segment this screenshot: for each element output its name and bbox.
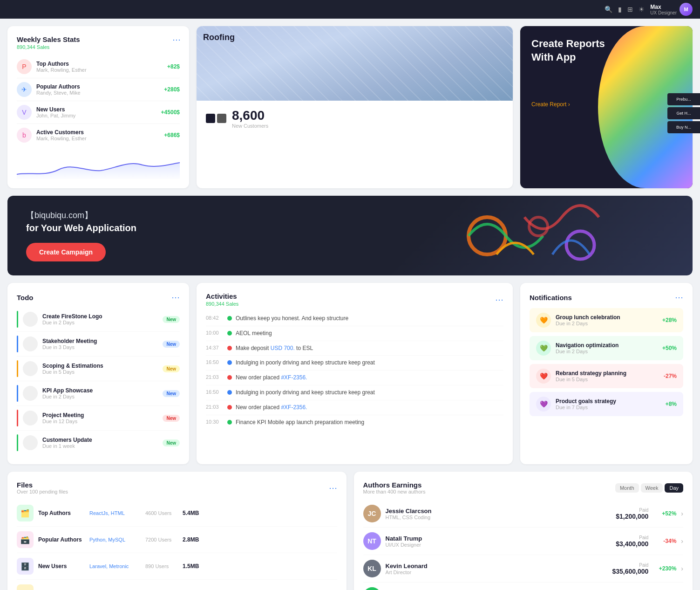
create-campaign-button[interactable]: Create Campaign bbox=[26, 243, 106, 261]
author-change: -34% bbox=[653, 538, 676, 544]
notifications-list: 🧡 Group lunch celebration Due in 2 Days … bbox=[530, 308, 683, 416]
campaign-subtitle: 【biqubiqu.com】 bbox=[26, 210, 136, 221]
activity-time: 16:50 bbox=[206, 389, 224, 395]
side-panel-get-h[interactable]: Get H... bbox=[667, 107, 700, 119]
activity-time: 08:42 bbox=[206, 315, 224, 321]
author-change: +52% bbox=[653, 510, 676, 517]
create-reports-title: Create ReportsWith App bbox=[531, 37, 681, 64]
todo-bar bbox=[17, 434, 18, 451]
todo-bar bbox=[17, 360, 18, 377]
topbar: 🔍 ▮ ⊞ ☀ Max UX Designer M bbox=[0, 0, 700, 19]
todo-avatar bbox=[23, 361, 38, 376]
file-item-top-authors: 🗂️ Top Authors ReactJs, HTML 4600 Users … bbox=[17, 500, 337, 527]
side-panel-prebu[interactable]: Prebu... bbox=[667, 93, 700, 105]
author-role: Art Director bbox=[386, 569, 598, 575]
todo-title: Todo bbox=[17, 294, 34, 302]
battery-icon: ▮ bbox=[618, 6, 622, 13]
search-icon[interactable]: 🔍 bbox=[605, 6, 612, 13]
earnings-title: Authors Earnings bbox=[363, 481, 426, 489]
todo-menu[interactable]: ⋯ bbox=[171, 292, 180, 302]
create-reports-card: Create ReportsWith App Create Report › bbox=[520, 26, 693, 188]
activities-menu[interactable]: ⋯ bbox=[495, 295, 503, 305]
stat-icon-top-authors: P bbox=[17, 59, 32, 74]
campaign-banner: 【biqubiqu.com】 for Your Web Application … bbox=[7, 196, 693, 275]
activity-time: 10:00 bbox=[206, 329, 224, 336]
activity-link[interactable]: USD 700. bbox=[271, 345, 295, 351]
stat-name-popular-authors: Popular Authors bbox=[36, 83, 159, 90]
files-card: Files Over 100 pending files ⋯ 🗂️ Top Au… bbox=[7, 472, 347, 590]
brightness-icon[interactable]: ☀ bbox=[639, 6, 645, 13]
todo-due: Due in 12 Days bbox=[42, 418, 158, 424]
earnings-filters: Month Week Day bbox=[615, 483, 683, 493]
todo-name: Customers Update bbox=[42, 437, 158, 443]
notif-due: Due in 2 Days bbox=[556, 349, 658, 354]
stat-new-users: V New Users John, Pat, Jimmy +4500$ bbox=[17, 101, 180, 124]
todo-due: Due in 1 week bbox=[42, 443, 158, 449]
activity-text: Finance KPI Mobile app launch preparatio… bbox=[236, 418, 364, 426]
todo-item: Stakeholder Meeting Due in 3 Days New bbox=[17, 332, 180, 357]
todo-name: Create FireStone Logo bbox=[42, 313, 158, 320]
activity-dot bbox=[227, 405, 232, 410]
row-3: Todo ⋯ Create FireStone Logo Due in 2 Da… bbox=[7, 283, 693, 464]
notif-due: Due in 2 Days bbox=[556, 321, 658, 326]
file-icon-active-customers: 📂 bbox=[17, 584, 34, 590]
activity-time: 14:37 bbox=[206, 344, 224, 350]
todo-due: Due in 5 Days bbox=[42, 369, 158, 375]
todo-badge: New bbox=[163, 390, 180, 397]
author-arrow-icon[interactable]: › bbox=[681, 510, 683, 517]
todo-name: Project Meeting bbox=[42, 412, 158, 418]
campaign-row: 【biqubiqu.com】 for Your Web Application … bbox=[7, 196, 693, 275]
username: Max bbox=[650, 4, 677, 10]
weekly-sales-subtitle: 890,344 Sales bbox=[17, 44, 180, 50]
stat-names-new-users: John, Pat, Jimmy bbox=[36, 113, 156, 118]
author-arrow-icon[interactable]: › bbox=[681, 537, 683, 545]
svg-point-2 bbox=[529, 217, 548, 236]
stat-value-popular-authors: +280$ bbox=[164, 86, 180, 93]
weekly-sales-chart bbox=[17, 151, 180, 179]
notifications-menu[interactable]: ⋯ bbox=[675, 292, 683, 302]
activity-item: 10:00 AEOL meeting bbox=[206, 326, 503, 341]
create-report-link[interactable]: Create Report › bbox=[531, 101, 681, 108]
notif-due: Due in 7 Days bbox=[556, 405, 661, 410]
filter-month-button[interactable]: Month bbox=[615, 483, 639, 493]
todo-card: Todo ⋯ Create FireStone Logo Due in 2 Da… bbox=[7, 283, 189, 464]
stat-value-active-customers: +686$ bbox=[164, 132, 180, 138]
activity-item: 16:50 Indulging in poorly driving and ke… bbox=[206, 356, 503, 370]
stat-names-active-customers: Mark, Rowling, Esther bbox=[36, 136, 159, 141]
notif-name: Navigation optimization bbox=[556, 342, 658, 349]
avatar[interactable]: M bbox=[680, 3, 693, 16]
filter-day-button[interactable]: Day bbox=[665, 483, 683, 493]
activity-dot bbox=[227, 331, 232, 336]
notif-name: Group lunch celebration bbox=[556, 314, 658, 321]
stat-names-top-authors: Mark, Rowling, Esther bbox=[36, 67, 163, 73]
activity-link[interactable]: #XF-2356. bbox=[281, 404, 307, 411]
stat-popular-authors: ✈ Popular Authors Randy, Steve, Mike +28… bbox=[17, 78, 180, 101]
roofing-icons bbox=[206, 114, 226, 123]
todo-due: Due in 2 Days bbox=[42, 320, 158, 325]
author-name: Jessie Clarcson bbox=[386, 508, 598, 515]
new-customers-label: New Customers bbox=[232, 123, 268, 129]
todo-item: Scoping & Estimations Due in 5 Days New bbox=[17, 357, 180, 381]
todo-avatar bbox=[23, 411, 38, 425]
todo-bar bbox=[17, 336, 18, 352]
author-role: UI/UX Designer bbox=[386, 542, 598, 548]
apps-icon[interactable]: ⊞ bbox=[627, 6, 633, 13]
weekly-sales-menu[interactable]: ⋯ bbox=[172, 34, 181, 45]
activity-dot bbox=[227, 375, 232, 380]
user-role: UX Designer bbox=[650, 10, 677, 15]
notif-value: +28% bbox=[662, 317, 677, 323]
stat-value-top-authors: +82$ bbox=[167, 63, 180, 70]
activity-item: 21:03 New order placed #XF-2356. bbox=[206, 370, 503, 385]
author-change: +230% bbox=[653, 565, 676, 572]
author-arrow-icon[interactable]: › bbox=[681, 565, 683, 572]
user-profile[interactable]: Max UX Designer M bbox=[650, 3, 693, 16]
activity-dot bbox=[227, 390, 232, 395]
notif-icon-rebrand: ❤️ bbox=[536, 369, 551, 384]
side-panel-buy-n[interactable]: Buy N... bbox=[667, 121, 700, 133]
campaign-decor bbox=[384, 196, 693, 275]
filter-week-button[interactable]: Week bbox=[641, 483, 663, 493]
roofing-icon-gray bbox=[217, 114, 226, 123]
activity-link[interactable]: #XF-2356. bbox=[281, 374, 307, 381]
notifications-title: Notifications bbox=[530, 294, 572, 302]
files-menu[interactable]: ⋯ bbox=[329, 483, 337, 493]
